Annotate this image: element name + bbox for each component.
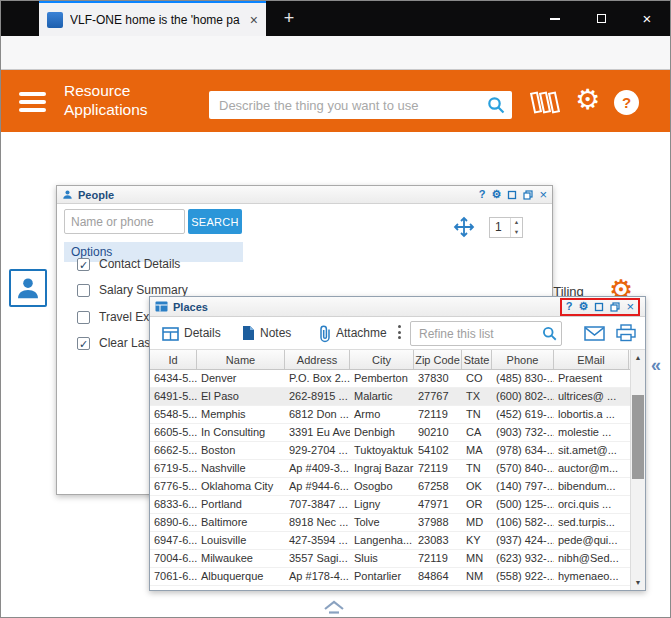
table-row[interactable]: 7004-6...Milwaukee3557 Sagi...Sluis72119… [150, 550, 630, 568]
table-cell: El Paso [197, 388, 285, 405]
app-header: Resource Applications ⚙ ? [1, 70, 670, 132]
spinner-down-icon[interactable]: ▼ [511, 228, 522, 238]
table-row[interactable]: 6605-5...In Consulting3391 Eu AveDenbigh… [150, 424, 630, 442]
email-icon[interactable] [584, 326, 605, 341]
people-name-input[interactable] [64, 209, 185, 234]
scroll-thumb[interactable] [632, 395, 644, 479]
column-header[interactable]: City [350, 350, 414, 369]
panel-gear-icon[interactable]: ⚙ [579, 301, 589, 312]
browser-window: VLF-ONE home is the 'home pa × + × ← → ↻… [0, 0, 671, 618]
column-header[interactable]: EMail [554, 350, 629, 369]
panel-maximize-icon[interactable] [507, 190, 517, 200]
app-search-input[interactable] [209, 91, 512, 119]
checkbox-checked[interactable]: ✓ [77, 337, 90, 350]
toolbar-more-icon[interactable] [398, 325, 401, 339]
scroll-up-icon[interactable]: ▲ [631, 350, 645, 365]
refine-list-box[interactable] [410, 321, 562, 346]
help-icon[interactable]: ? [614, 90, 639, 115]
table-row[interactable]: 6662-5...Boston929-2704 ...Tuktoyaktuk54… [150, 442, 630, 460]
table-row[interactable]: 6719-5...NashvilleAp #409-3...Ingraj Baz… [150, 460, 630, 478]
browser-tab[interactable]: VLF-ONE home is the 'home pa × [39, 1, 266, 36]
table-cell: MN [462, 550, 492, 567]
expand-bottom-handle[interactable] [321, 599, 347, 615]
panel-help-icon[interactable]: ? [479, 189, 486, 200]
column-header[interactable]: Name [197, 350, 285, 369]
panel-gear-icon[interactable]: ⚙ [492, 189, 502, 200]
column-header[interactable]: Address [285, 350, 350, 369]
checkbox-unchecked[interactable] [77, 311, 90, 324]
column-header[interactable]: Zip Code [414, 350, 462, 369]
table-cell: (570) 840-... [492, 460, 554, 477]
table-cell: NM [462, 568, 492, 585]
minimize-icon [550, 18, 560, 20]
people-count-spinner[interactable]: 1 ▲ ▼ [489, 217, 523, 238]
table-cell: 8918 Nec ... [285, 514, 350, 531]
table-row[interactable]: 6491-5...El Paso262-8915 ...Malartic2776… [150, 388, 630, 406]
checkbox-checked[interactable]: ✓ [77, 258, 90, 271]
paperclip-icon[interactable] [318, 324, 332, 343]
table-cell: TN [462, 460, 492, 477]
spinner-arrows: ▲ ▼ [510, 218, 522, 237]
table-cell: ultrices@ ... [554, 388, 629, 405]
people-checkbox-row[interactable]: ✓Contact Details [77, 255, 180, 273]
notes-icon[interactable] [242, 325, 255, 341]
people-search-button[interactable]: SEARCH [188, 209, 242, 234]
refine-list-input[interactable] [410, 321, 562, 346]
column-header[interactable]: State [462, 350, 492, 369]
print-icon[interactable] [616, 324, 636, 342]
column-header[interactable]: Id [150, 350, 197, 369]
settings-gear-icon[interactable]: ⚙ [575, 84, 600, 116]
panel-close-icon[interactable]: × [626, 301, 634, 313]
people-panel-titlebar[interactable]: People ? ⚙ × [57, 186, 552, 204]
table-cell: 6833-6... [150, 496, 197, 513]
details-button[interactable]: Details [184, 326, 221, 340]
table-cell: Armo [350, 406, 414, 423]
tab-close-icon[interactable]: × [250, 13, 258, 27]
window-close-button[interactable]: × [624, 1, 670, 36]
table-row[interactable]: 6833-6...Portland707-3847 ...Ligny47971O… [150, 496, 630, 514]
column-header[interactable]: Phone [492, 350, 554, 369]
search-icon[interactable] [487, 96, 505, 114]
details-icon[interactable] [162, 326, 179, 342]
table-row[interactable]: 6947-6...Louisville427-3594 ...Langenha.… [150, 532, 630, 550]
scroll-down-icon[interactable]: ▼ [631, 575, 645, 590]
maximize-button[interactable] [578, 1, 624, 36]
new-tab-button[interactable]: + [277, 7, 301, 31]
places-table-body: 6434-5...DenverP.O. Box 2...Pemberton378… [150, 370, 630, 590]
table-row[interactable]: 6434-5...DenverP.O. Box 2...Pemberton378… [150, 370, 630, 388]
people-panel-icons: ? ⚙ × [479, 189, 547, 201]
table-cell: Denver [197, 370, 285, 387]
table-row[interactable]: 6890-6...Baltimore8918 Nec ...Tolve37988… [150, 514, 630, 532]
panel-close-icon[interactable]: × [539, 189, 547, 201]
checkbox-unchecked[interactable] [77, 284, 90, 297]
checkbox-label: Contact Details [99, 257, 180, 271]
table-cell: hymenaeo... [554, 568, 629, 585]
people-app-button[interactable] [9, 269, 47, 307]
panel-help-icon[interactable]: ? [566, 301, 573, 312]
move-panel-icon[interactable] [453, 216, 475, 238]
navigation-bar: ← → ↻ ⌂ i localhost:8082/lansa6/de ••• ☆… [1, 36, 670, 70]
table-cell: Milwaukee [197, 550, 285, 567]
minimize-button[interactable] [532, 1, 578, 36]
panel-restore-icon[interactable] [523, 190, 533, 200]
maximize-icon [597, 14, 606, 23]
table-row[interactable]: 6776-5...Oklahoma CityAp #944-6...Osogbo… [150, 478, 630, 496]
panel-restore-icon[interactable] [610, 302, 620, 312]
app-menu-button[interactable] [19, 92, 46, 112]
attachments-button[interactable]: Attachme [336, 326, 394, 340]
app-search-box[interactable] [209, 91, 512, 119]
table-row[interactable]: 7061-6...AlbuquerqueAp #178-4...Pontarli… [150, 568, 630, 586]
table-scrollbar[interactable]: ▲ ▼ [630, 350, 645, 590]
table-cell: (106) 582-... [492, 514, 554, 531]
table-cell: 6605-5... [150, 424, 197, 441]
spinner-up-icon[interactable]: ▲ [511, 218, 522, 228]
collapse-right-handle[interactable]: « [651, 355, 661, 376]
table-cell: 72119 [414, 550, 462, 567]
notes-button[interactable]: Notes [260, 326, 291, 340]
places-panel-titlebar[interactable]: Places ? ⚙ × [150, 297, 645, 317]
table-row[interactable]: 6548-5...Memphis6812 Don ...Armo72119TN(… [150, 406, 630, 424]
search-icon[interactable] [542, 326, 557, 341]
panel-maximize-icon[interactable] [594, 302, 604, 312]
library-icon[interactable] [528, 89, 560, 116]
places-panel: Places ? ⚙ × Details Notes Attachme [149, 296, 646, 591]
